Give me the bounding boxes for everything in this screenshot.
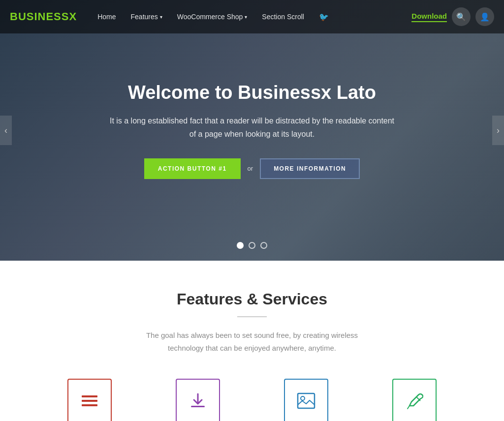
- hero-or-text: or: [248, 165, 253, 172]
- features-subtitle: The goal has always been to set sound fr…: [134, 329, 370, 354]
- nav-features[interactable]: Features ▾: [125, 9, 168, 25]
- svg-line-7: [408, 406, 410, 409]
- features-title: Features & Services: [20, 290, 484, 308]
- hero-content: Welcome to Businessx Lato It is a long e…: [99, 82, 405, 179]
- search-button[interactable]: 🔍: [452, 7, 471, 26]
- burgers-icon-box: [67, 379, 112, 421]
- nav-twitter[interactable]: 🐦: [313, 8, 335, 26]
- twitter-icon: 🐦: [319, 12, 329, 22]
- user-button[interactable]: 👤: [475, 7, 494, 26]
- nav-woocommerce[interactable]: WooCommerce Shop ▾: [171, 9, 253, 25]
- nav-home[interactable]: Home: [92, 9, 122, 25]
- hero-dots: [237, 242, 267, 249]
- pick-icon: [406, 392, 423, 410]
- hero-prev-arrow[interactable]: ‹: [0, 116, 12, 145]
- brand-logo[interactable]: BUSINESSX: [10, 10, 77, 23]
- svg-rect-0: [82, 395, 97, 397]
- download-link[interactable]: Download: [411, 12, 447, 22]
- woocommerce-chevron-icon: ▾: [245, 14, 247, 20]
- svg-rect-4: [298, 393, 315, 408]
- hero-title: Welcome to Businessx Lato: [109, 82, 395, 104]
- media-icon: [296, 392, 316, 410]
- feature-item-burgers: Three Burgers: [50, 379, 129, 421]
- hero-section: ‹ › Welcome to Businessx Lato It is a lo…: [0, 0, 504, 261]
- download-icon-box: [176, 379, 220, 421]
- features-chevron-icon: ▾: [160, 14, 162, 20]
- hero-subtitle: It is a long established fact that a rea…: [109, 114, 395, 141]
- brand-name-prefix: BUSINESS: [10, 10, 69, 23]
- nav-links: Home Features ▾ WooCommerce Shop ▾ Secti…: [92, 8, 411, 26]
- feature-item-download: Download Icon: [158, 379, 237, 421]
- feature-item-pick: Pick Something: [375, 379, 454, 421]
- nav-section-scroll[interactable]: Section Scroll: [256, 9, 310, 25]
- navbar: BUSINESSX Home Features ▾ WooCommerce Sh…: [0, 0, 504, 33]
- burgers-icon: [81, 394, 98, 408]
- more-info-button[interactable]: MORE INFORMATION: [260, 158, 360, 179]
- nav-right: Download 🔍 👤: [411, 7, 494, 26]
- media-icon-box: [284, 379, 328, 421]
- hero-buttons: ACTION BUTTON #1 or MORE INFORMATION: [109, 158, 395, 179]
- features-grid: Three Burgers Download Icon: [20, 379, 484, 421]
- dot-1[interactable]: [237, 242, 244, 249]
- svg-rect-2: [82, 404, 97, 406]
- feature-item-media: Media Element: [267, 379, 346, 421]
- search-icon: 🔍: [456, 12, 466, 22]
- download-icon: [189, 392, 207, 410]
- user-icon: 👤: [480, 12, 490, 22]
- action-button[interactable]: ACTION BUTTON #1: [144, 158, 241, 179]
- svg-rect-3: [191, 406, 205, 407]
- dot-2[interactable]: [249, 242, 255, 249]
- brand-name-suffix: X: [69, 10, 77, 23]
- pick-icon-box: [392, 379, 437, 421]
- features-divider: [237, 316, 267, 317]
- svg-rect-1: [82, 400, 97, 402]
- hero-next-arrow[interactable]: ›: [492, 116, 504, 145]
- dot-3[interactable]: [260, 242, 267, 249]
- svg-point-5: [301, 396, 305, 400]
- features-section: Features & Services The goal has always …: [0, 261, 504, 421]
